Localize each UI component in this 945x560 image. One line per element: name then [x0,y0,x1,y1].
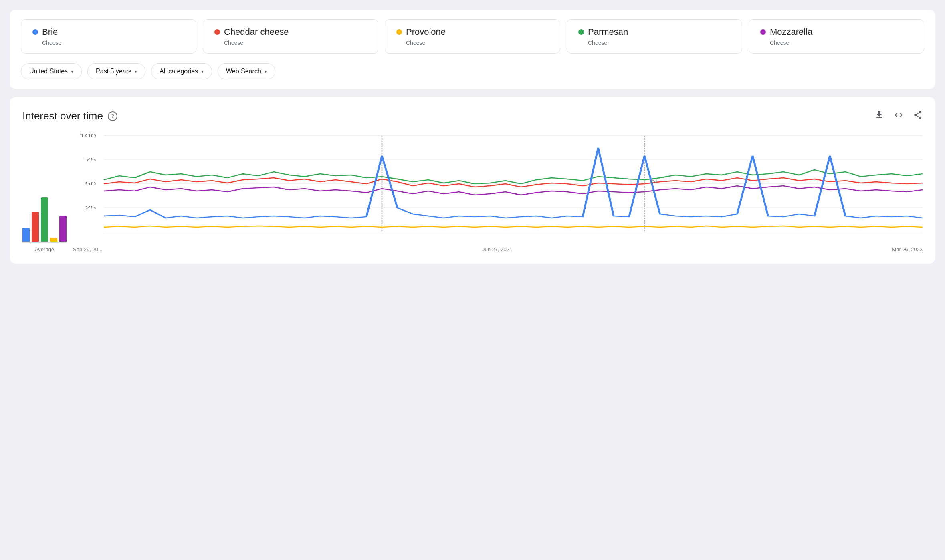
avg-bar-provolone [50,238,57,242]
avg-bar-mozzarella [59,216,67,242]
filter-row: United States ▾ Past 5 years ▾ All categ… [21,63,924,79]
chip-dot-mozzarella [760,29,766,35]
x-label-2: Mar 26, 2023 [892,246,923,252]
x-label-0: Sep 29, 20... [73,246,103,252]
top-section: BrieCheeseCheddar cheeseCheeseProvoloneC… [10,10,935,89]
chart-header: Interest over time ? [22,110,923,122]
chart-section: Interest over time ? Average [10,97,935,264]
chart-title: Interest over time [22,110,103,122]
chip-dot-cheddar [214,29,220,35]
search-chips: BrieCheeseCheddar cheeseCheeseProvoloneC… [21,19,924,54]
category-chevron: ▾ [201,68,204,74]
chip-sub-mozzarella: Cheese [770,40,913,46]
chip-label-provolone: Provolone [406,27,446,37]
avg-bar-brie [22,228,30,242]
chip-label-parmesan: Parmesan [588,27,628,37]
share-icon[interactable] [913,110,923,122]
chart-actions [874,110,923,122]
category-label: All categories [160,68,198,75]
chip-title-mozzarella: Mozzarella [760,27,913,37]
avg-label: Average [35,246,54,252]
chart-area: Average 100 75 50 25 [22,132,923,252]
chip-card-provolone[interactable]: ProvoloneCheese [385,19,560,54]
chip-label-brie: Brie [42,27,58,37]
chip-dot-provolone [396,29,402,35]
region-chevron: ▾ [71,68,73,74]
download-icon[interactable] [874,110,884,122]
category-filter[interactable]: All categories ▾ [151,63,212,79]
chip-card-brie[interactable]: BrieCheese [21,19,196,54]
chip-sub-provolone: Cheese [406,40,549,46]
type-filter[interactable]: Web Search ▾ [218,63,275,79]
chip-sub-cheddar: Cheese [224,40,367,46]
svg-text:75: 75 [85,157,96,162]
period-filter[interactable]: Past 5 years ▾ [87,63,145,79]
embed-icon[interactable] [894,110,903,122]
x-labels: Sep 29, 20... Jun 27, 2021 Mar 26, 2023 [73,244,923,252]
chip-title-parmesan: Parmesan [578,27,731,37]
chip-title-provolone: Provolone [396,27,549,37]
avg-bar-cheddar [32,212,39,242]
chart-title-row: Interest over time ? [22,110,117,122]
line-chart-wrapper: 100 75 50 25 [73,132,923,252]
chip-label-mozzarella: Mozzarella [770,27,812,37]
x-label-1: Jun 27, 2021 [482,246,512,252]
chip-card-cheddar[interactable]: Cheddar cheeseCheese [203,19,378,54]
period-label: Past 5 years [96,68,131,75]
chip-card-mozzarella[interactable]: MozzarellaCheese [749,19,924,54]
chip-dot-parmesan [578,29,584,35]
avg-bars [22,179,67,243]
svg-text:N: N [651,179,658,184]
avg-bar-parmesan [41,197,48,242]
svg-text:50: 50 [85,181,96,186]
svg-text:100: 100 [79,133,96,138]
help-icon[interactable]: ? [108,111,117,121]
type-chevron: ▾ [265,68,267,74]
chip-title-cheddar: Cheddar cheese [214,27,367,37]
chip-title-brie: Brie [32,27,185,37]
region-label: United States [29,68,68,75]
line-chart-svg: 100 75 50 25 [73,132,923,244]
svg-text:25: 25 [85,205,96,210]
period-chevron: ▾ [135,68,137,74]
type-label: Web Search [226,68,261,75]
chip-label-cheddar: Cheddar cheese [224,27,289,37]
avg-bar-area: Average [22,179,67,252]
region-filter[interactable]: United States ▾ [21,63,82,79]
chip-dot-brie [32,29,38,35]
chip-sub-brie: Cheese [42,40,185,46]
chip-sub-parmesan: Cheese [588,40,731,46]
chip-card-parmesan[interactable]: ParmesanCheese [567,19,742,54]
